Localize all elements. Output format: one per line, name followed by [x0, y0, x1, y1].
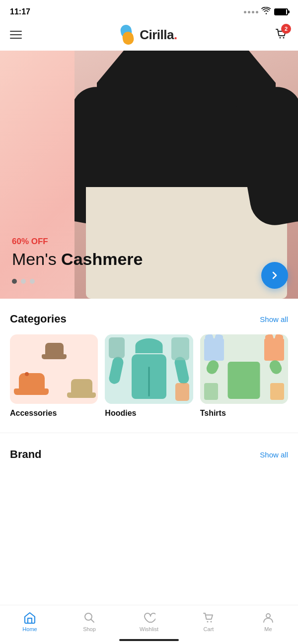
- search-icon: [83, 611, 96, 624]
- heart-icon: [143, 611, 155, 624]
- wifi-icon: [261, 7, 271, 17]
- cart-label: Cart: [204, 626, 214, 632]
- brand-show-all[interactable]: Show all: [260, 451, 288, 459]
- cart-nav-icon: [202, 611, 215, 624]
- categories-grid: Accessories Hoodies: [10, 334, 288, 418]
- app-header: Cirilla. 2: [0, 21, 298, 51]
- status-bar: 11:17: [0, 0, 298, 21]
- bottom-navigation: Home Shop Wishlist Cart: [0, 605, 298, 644]
- divider: [0, 433, 298, 433]
- menu-button[interactable]: [10, 31, 22, 39]
- hero-dot-2[interactable]: [21, 279, 26, 284]
- nav-home[interactable]: Home: [0, 611, 60, 632]
- svg-point-0: [279, 37, 281, 39]
- cart-badge: 2: [281, 24, 291, 34]
- hoodies-label: Hoodies: [105, 409, 193, 418]
- hero-discount: 60% OFF: [12, 237, 143, 247]
- hero-text: 60% OFF Men's Cashmere: [12, 237, 143, 269]
- categories-title: Categories: [10, 313, 67, 325]
- battery-icon: [274, 8, 288, 15]
- brand-title: Brand: [10, 448, 42, 461]
- tshirts-label: Tshirts: [200, 409, 288, 418]
- categories-show-all[interactable]: Show all: [260, 315, 288, 323]
- nav-cart[interactable]: Cart: [179, 611, 238, 632]
- brand-section: Brand Show all: [0, 443, 298, 461]
- svg-point-5: [266, 614, 270, 618]
- brand-header: Brand Show all: [10, 448, 288, 461]
- home-indicator: [119, 639, 179, 641]
- status-time: 11:17: [10, 7, 30, 16]
- profile-icon: [262, 611, 275, 624]
- status-icons: [244, 7, 288, 17]
- tshirts-image: [200, 334, 288, 404]
- hero-title: Men's Cashmere: [12, 250, 143, 269]
- categories-header: Categories Show all: [10, 313, 288, 325]
- hero-dot-1[interactable]: [12, 279, 17, 284]
- wishlist-label: Wishlist: [140, 626, 158, 632]
- svg-point-1: [283, 37, 284, 39]
- hoodies-image: [105, 334, 193, 404]
- accessories-image: [10, 334, 98, 404]
- nav-me[interactable]: Me: [238, 611, 298, 632]
- hero-banner: 60% OFF Men's Cashmere: [0, 51, 298, 299]
- cart-button[interactable]: 2: [274, 27, 288, 43]
- signal-icon: [244, 11, 258, 13]
- logo: Cirilla.: [119, 25, 177, 45]
- svg-point-3: [207, 621, 209, 623]
- logo-text: Cirilla.: [140, 27, 177, 43]
- nav-wishlist[interactable]: Wishlist: [119, 611, 179, 632]
- accessories-label: Accessories: [10, 409, 98, 418]
- svg-point-4: [211, 621, 212, 623]
- categories-section: Categories Show all: [0, 299, 298, 423]
- shop-label: Shop: [83, 626, 96, 632]
- me-label: Me: [264, 626, 272, 632]
- nav-shop[interactable]: Shop: [60, 611, 119, 632]
- logo-icon: [119, 25, 137, 45]
- category-hoodies[interactable]: Hoodies: [105, 334, 193, 418]
- category-accessories[interactable]: Accessories: [10, 334, 98, 418]
- hero-pagination: [12, 279, 35, 284]
- hero-next-button[interactable]: [261, 262, 288, 289]
- category-tshirts[interactable]: Tshirts: [200, 334, 288, 418]
- hero-dot-3[interactable]: [30, 279, 35, 284]
- home-icon: [23, 611, 36, 624]
- home-label: Home: [22, 626, 37, 632]
